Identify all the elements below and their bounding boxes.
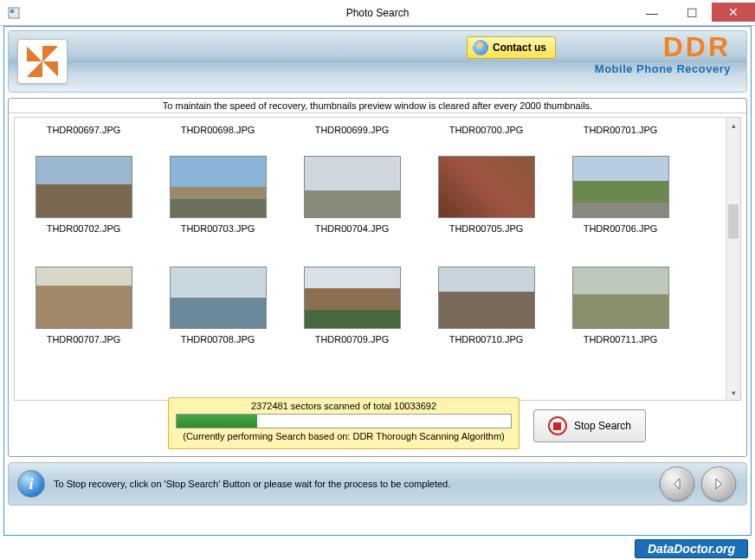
window-controls: — ☐ ✕ xyxy=(632,3,755,23)
thumbnail-item[interactable]: THDR00703.JPG xyxy=(151,137,285,235)
scroll-thumb[interactable] xyxy=(728,204,739,239)
thumbnail-row: THDR00702.JPG THDR00703.JPG THDR00704.JP… xyxy=(16,137,739,235)
progress-fill xyxy=(177,415,257,428)
thumbnail-image xyxy=(170,267,267,329)
contact-us-button[interactable]: Contact us xyxy=(467,36,556,59)
thumbnail-item[interactable]: THDR00709.JPG xyxy=(285,248,419,346)
contact-icon xyxy=(473,40,488,55)
logo-pattern-icon xyxy=(27,46,58,77)
watermark-badge: DataDoctor.org xyxy=(635,539,748,558)
thumbnail-filename: THDR00705.JPG xyxy=(419,222,553,235)
progress-bar xyxy=(176,414,512,428)
window-title: Photo Search xyxy=(346,7,410,19)
thumbnail-filename: THDR00711.JPG xyxy=(553,332,687,346)
arrow-right-icon xyxy=(712,477,726,491)
scroll-up-icon[interactable]: ▴ xyxy=(726,118,740,132)
info-icon: i xyxy=(17,470,45,498)
thumbnail-image xyxy=(438,156,535,218)
contact-label: Contact us xyxy=(493,42,546,54)
thumbnail-image xyxy=(35,156,132,218)
thumbnail-label-row: THDR00697.JPG THDR00698.JPG THDR00699.JP… xyxy=(16,121,739,137)
brand-block: DDR Mobile Phone Recovery xyxy=(595,33,731,75)
scroll-down-icon[interactable]: ▾ xyxy=(726,385,740,400)
thumbnail-filename: THDR00704.JPG xyxy=(285,222,419,235)
close-button[interactable]: ✕ xyxy=(712,3,755,22)
thumbnail-image xyxy=(572,156,669,218)
footer-bar: i To Stop recovery, click on 'Stop Searc… xyxy=(8,462,747,505)
thumbnail-filename: THDR00706.JPG xyxy=(553,222,687,235)
window-body: Contact us DDR Mobile Phone Recovery To … xyxy=(3,26,752,536)
thumbnail-filename: THDR00697.JPG xyxy=(16,121,151,137)
nav-prev-button[interactable] xyxy=(660,467,694,501)
thumbnail-image xyxy=(572,267,669,329)
arrow-left-icon xyxy=(670,477,684,491)
thumbnail-item[interactable]: THDR00704.JPG xyxy=(285,137,419,235)
app-logo xyxy=(17,39,68,84)
thumbnail-image xyxy=(304,267,401,329)
thumbnail-item[interactable]: THDR00711.JPG xyxy=(553,248,687,346)
content-panel: To maintain the speed of recovery, thumb… xyxy=(8,98,747,457)
header-banner: Contact us DDR Mobile Phone Recovery xyxy=(8,30,747,93)
thumbnail-filename: THDR00700.JPG xyxy=(419,121,553,137)
thumbnail-row: THDR00707.JPG THDR00708.JPG THDR00709.JP… xyxy=(16,248,739,346)
maximize-button[interactable]: ☐ xyxy=(672,3,712,23)
brand-title: DDR xyxy=(595,33,731,61)
progress-sectors-text: 2372481 sectors scanned of total 1003369… xyxy=(176,401,512,411)
thumbnail-filename: THDR00709.JPG xyxy=(285,332,419,346)
thumbnail-item[interactable]: THDR00708.JPG xyxy=(151,248,285,346)
thumbnail-filename: THDR00701.JPG xyxy=(553,121,687,137)
progress-panel: 2372481 sectors scanned of total 1003369… xyxy=(168,397,519,449)
thumbnail-filename: THDR00699.JPG xyxy=(285,121,419,137)
footer-hint: To Stop recovery, click on 'Stop Search'… xyxy=(54,479,450,489)
thumbnail-grid: THDR00697.JPG THDR00698.JPG THDR00699.JP… xyxy=(15,118,740,346)
thumbnail-item[interactable]: THDR00702.JPG xyxy=(16,137,151,235)
thumbnail-filename: THDR00702.JPG xyxy=(16,222,151,235)
thumbnail-item[interactable]: THDR00710.JPG xyxy=(419,248,553,346)
thumbnail-filename: THDR00708.JPG xyxy=(151,332,285,346)
nav-next-button[interactable] xyxy=(701,467,736,501)
stop-button-label: Stop Search xyxy=(574,420,631,432)
svg-rect-1 xyxy=(10,10,14,13)
stop-icon xyxy=(548,416,567,435)
app-icon xyxy=(7,6,21,20)
brand-subtitle: Mobile Phone Recovery xyxy=(595,62,731,75)
thumbnail-image xyxy=(35,267,132,329)
info-strip: To maintain the speed of recovery, thumb… xyxy=(9,99,746,113)
thumbnail-item[interactable]: THDR00707.JPG xyxy=(16,248,151,346)
scrollbar[interactable]: ▴ ▾ xyxy=(726,118,740,400)
thumbnail-filename: THDR00707.JPG xyxy=(16,332,151,346)
thumbnail-filename: THDR00703.JPG xyxy=(151,222,285,235)
minimize-button[interactable]: — xyxy=(632,3,672,23)
thumbnail-image xyxy=(438,267,535,329)
thumbnail-image xyxy=(170,156,267,218)
titlebar: Photo Search — ☐ ✕ xyxy=(0,0,755,26)
thumbnail-filename: THDR00710.JPG xyxy=(419,332,553,346)
thumbnail-item[interactable]: THDR00705.JPG xyxy=(419,137,553,235)
thumbnail-filename: THDR00698.JPG xyxy=(151,121,285,137)
thumbnail-image xyxy=(304,156,401,218)
thumbnail-area: THDR00697.JPG THDR00698.JPG THDR00699.JP… xyxy=(14,117,741,401)
stop-search-button[interactable]: Stop Search xyxy=(533,409,646,442)
thumbnail-item[interactable]: THDR00706.JPG xyxy=(553,137,687,235)
progress-algorithm-text: (Currently performing Search based on: D… xyxy=(176,431,512,441)
